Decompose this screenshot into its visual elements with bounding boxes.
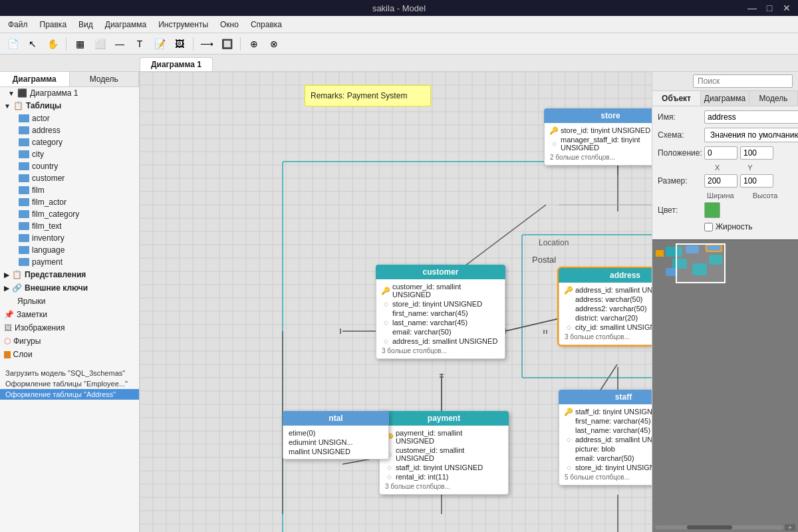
- pos-y-input[interactable]: [740, 146, 773, 160]
- pos-x-input[interactable]: [704, 146, 737, 160]
- canvas-area[interactable]: Remarks: Payment System Location Postal …: [140, 72, 652, 532]
- sidebar-item-diagram[interactable]: ▼ ⬛ Диаграмма 1: [0, 87, 139, 99]
- sidebar-tab-diagram[interactable]: Диаграмма: [0, 72, 70, 86]
- address-more: 3 больше столбцов...: [559, 332, 652, 342]
- diagram-tab[interactable]: Диаграмма 1: [140, 57, 213, 71]
- width-input[interactable]: [704, 174, 737, 188]
- height-input[interactable]: [740, 174, 773, 188]
- history-item-2[interactable]: Оформление таблицы "Employee...": [0, 378, 139, 389]
- menu-diagram[interactable]: Диаграмма: [100, 19, 152, 31]
- right-tab-diagram[interactable]: Диаграмма: [701, 91, 749, 106]
- sidebar-item-inventory[interactable]: inventory: [0, 232, 139, 244]
- sidebar-tab-model[interactable]: Модель: [70, 72, 140, 86]
- properties-section: Имя: Схема: Значения по умолчанию Положе…: [652, 106, 798, 239]
- name-input[interactable]: [704, 110, 798, 124]
- sidebar-item-film-actor[interactable]: film_actor: [0, 196, 139, 208]
- sidebar-item-address[interactable]: address: [0, 124, 139, 136]
- customer-field-2: first_name: varchar(45): [376, 309, 505, 318]
- sidebar-item-language[interactable]: language: [0, 244, 139, 256]
- plain-icon: [565, 426, 573, 434]
- arrow-button[interactable]: ↖: [24, 36, 41, 52]
- diamond-icon: ◇: [565, 436, 573, 444]
- table-icon-actor: [19, 114, 29, 122]
- sidebar-item-film-text[interactable]: film_text: [0, 220, 139, 232]
- sidebar-group-labels[interactable]: Ярлыки: [0, 295, 139, 308]
- y-coord-label: Y: [747, 164, 752, 172]
- sidebar-item-city[interactable]: city: [0, 148, 139, 160]
- sidebar-item-category[interactable]: category: [0, 136, 139, 148]
- sidebar-group-layers[interactable]: L Слои: [0, 348, 139, 361]
- right-tab-object[interactable]: Объект: [652, 91, 701, 106]
- line-button[interactable]: —: [111, 36, 128, 52]
- bold-checkbox[interactable]: [704, 223, 713, 231]
- menu-help[interactable]: Справка: [245, 19, 287, 31]
- close-button[interactable]: ✕: [781, 3, 793, 13]
- sidebar-item-film[interactable]: film: [0, 184, 139, 196]
- fk-button[interactable]: ⊗: [265, 36, 283, 52]
- color-picker[interactable]: [704, 202, 720, 218]
- table-staff[interactable]: staff 🔑 staff_id: tinyint UNSIGNED first…: [559, 390, 652, 485]
- new-button[interactable]: 📄: [4, 36, 21, 52]
- size-row: Размер:: [658, 174, 793, 188]
- right-tab-model[interactable]: Модель: [749, 91, 798, 106]
- table-icon-inventory: [19, 234, 29, 242]
- hand-button[interactable]: ✋: [44, 36, 61, 52]
- canvas[interactable]: Remarks: Payment System Location Postal …: [140, 72, 652, 532]
- x-coord-label: X: [715, 164, 720, 172]
- store-field-0: 🔑 store_id: tinyint UNSIGNED: [545, 126, 652, 135]
- sidebar-item-customer[interactable]: customer: [0, 172, 139, 184]
- table-button[interactable]: ▦: [71, 36, 88, 52]
- table-address[interactable]: address 🔑 address_id: smallint UNSIGNED …: [559, 268, 652, 345]
- address-body: 🔑 address_id: smallint UNSIGNED address:…: [559, 283, 652, 345]
- rental-body: etime(0) ediumint UNSIGN... mallint UNSI…: [283, 426, 389, 460]
- sidebar-item-payment[interactable]: payment: [0, 256, 139, 268]
- relation-button[interactable]: ⊕: [245, 36, 263, 52]
- key-icon: 🔑: [382, 287, 390, 295]
- staff-body: 🔑 staff_id: tinyint UNSIGNED first_name:…: [559, 404, 652, 485]
- sidebar-group-fk[interactable]: ▶ 🔗 Внешние ключи: [0, 281, 139, 295]
- table-store[interactable]: store 🔑 store_id: tinyint UNSIGNED ◇ man…: [544, 108, 652, 166]
- table-customer[interactable]: customer 🔑 customer_id: smallint UNSIGNE…: [376, 265, 505, 359]
- minimize-button[interactable]: —: [746, 3, 758, 13]
- note-button[interactable]: 📝: [151, 36, 168, 52]
- plain-icon: [565, 314, 573, 322]
- sidebar-group-views[interactable]: ▶ 📋 Представления: [0, 268, 139, 281]
- minimap-viewport[interactable]: [676, 243, 726, 283]
- note-box[interactable]: Remarks: Payment System: [305, 85, 431, 106]
- sidebar-tabs: Диаграмма Модель: [0, 72, 139, 87]
- sidebar-item-film-category[interactable]: film_category: [0, 208, 139, 220]
- text-button[interactable]: T: [131, 36, 148, 52]
- rental-field-2: mallint UNSIGNED: [283, 447, 388, 456]
- connect-button[interactable]: ⟶: [198, 36, 215, 52]
- maximize-button[interactable]: □: [763, 3, 775, 13]
- table-rental[interactable]: ntal etime(0) ediumint UNSIGN... mallint…: [283, 411, 389, 460]
- history-item-3[interactable]: Оформление таблицы "Address": [0, 389, 139, 400]
- payment-more: 3 больше столбцов...: [380, 481, 508, 491]
- staff-field-0: 🔑 staff_id: tinyint UNSIGNED: [559, 407, 652, 416]
- menu-edit[interactable]: Правка: [35, 19, 72, 31]
- staff-field-1: first_name: varchar(45): [559, 416, 652, 426]
- sidebar-item-actor[interactable]: actor: [0, 112, 139, 124]
- menu-view[interactable]: Вид: [73, 19, 98, 31]
- image-button[interactable]: 🖼: [171, 36, 188, 52]
- sidebar-group-tables[interactable]: ▼ 📋 Таблицы: [0, 99, 139, 112]
- titlebar: sakila - Model — □ ✕: [0, 0, 798, 16]
- schema-select[interactable]: Значения по умолчанию: [704, 128, 798, 142]
- history-item-1[interactable]: Загрузить модель "SQL_3schemas": [0, 368, 139, 378]
- sidebar-item-country[interactable]: country: [0, 160, 139, 172]
- sidebar-group-images[interactable]: 🖼 Изображения: [0, 321, 139, 334]
- table-payment[interactable]: payment 🔑 payment_id: smallint UNSIGNED …: [379, 411, 509, 495]
- tabbar: Диаграмма 1: [0, 55, 798, 72]
- diamond-icon: ◇: [385, 464, 393, 471]
- menu-tools[interactable]: Инструменты: [153, 19, 213, 31]
- menu-file[interactable]: Файл: [3, 19, 33, 31]
- sidebar-group-notes[interactable]: 📌 Заметки: [0, 308, 139, 321]
- sidebar-group-figures[interactable]: ⬡ Фигуры: [0, 334, 139, 348]
- menu-window[interactable]: Окно: [215, 19, 244, 31]
- zoom-button[interactable]: 🔲: [218, 36, 235, 52]
- table-icon-country: [19, 162, 29, 170]
- view-button[interactable]: ⬜: [91, 36, 108, 52]
- right-panel-header: [652, 72, 798, 91]
- search-input[interactable]: [693, 74, 793, 88]
- customer-more: 3 больше столбцов...: [376, 346, 505, 356]
